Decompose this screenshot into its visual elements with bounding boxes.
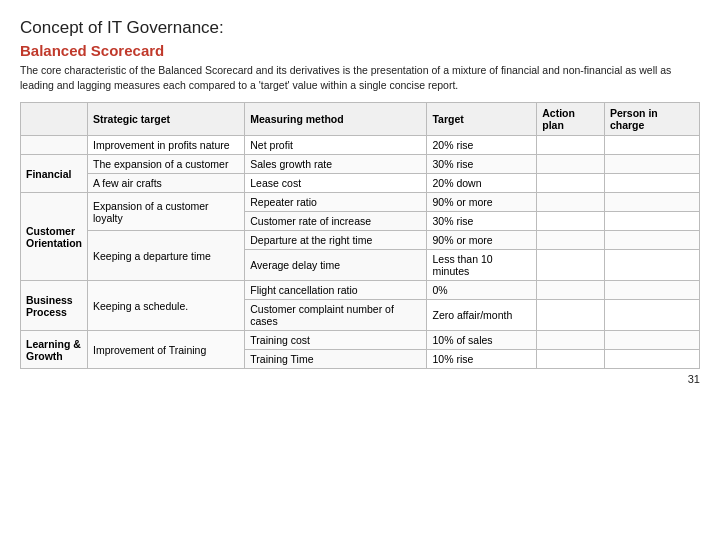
table-row: Zero affair/month [427, 300, 537, 331]
table-row [604, 300, 699, 331]
page-number: 31 [20, 373, 700, 385]
table-row: Departure at the right time [245, 231, 427, 250]
table-row [21, 136, 88, 155]
table-row: 10% rise [427, 350, 537, 369]
table-row: Sales growth rate [245, 155, 427, 174]
subtitle: Balanced Scorecard [20, 42, 700, 59]
table-row [537, 281, 605, 300]
table-row [604, 155, 699, 174]
table-row: Training Time [245, 350, 427, 369]
table-row: 20% down [427, 174, 537, 193]
table-row: Learning &Growth [21, 331, 88, 369]
scorecard-table: Strategic target Measuring method Target… [20, 102, 700, 369]
table-row [604, 136, 699, 155]
table-row: 90% or more [427, 193, 537, 212]
table-row [537, 231, 605, 250]
description: The core characteristic of the Balanced … [20, 63, 700, 92]
table-row: Customer rate of increase [245, 212, 427, 231]
table-row: Less than 10 minutes [427, 250, 537, 281]
table-row [604, 174, 699, 193]
page-title: Concept of IT Governance: [20, 18, 700, 38]
table-row [604, 281, 699, 300]
table-row: BusinessProcess [21, 281, 88, 331]
col-header-action: Action plan [537, 103, 605, 136]
table-row: 30% rise [427, 212, 537, 231]
table-row: Average delay time [245, 250, 427, 281]
table-row: Expansion of a customer loyalty [88, 193, 245, 231]
table-row: CustomerOrientation [21, 193, 88, 281]
table-row: The expansion of a customer [88, 155, 245, 174]
table-row [537, 155, 605, 174]
table-row [537, 331, 605, 350]
table-row: Improvement of Training [88, 331, 245, 369]
table-row: Keeping a schedule. [88, 281, 245, 331]
table-row [537, 350, 605, 369]
table-row [537, 212, 605, 231]
col-header-category [21, 103, 88, 136]
table-row: Repeater ratio [245, 193, 427, 212]
table-row: Financial [21, 155, 88, 193]
table-row: Keeping a departure time [88, 231, 245, 281]
table-row [604, 250, 699, 281]
table-row [604, 231, 699, 250]
table-row [537, 174, 605, 193]
table-row [604, 193, 699, 212]
table-row [537, 193, 605, 212]
table-row: Customer complaint number of cases [245, 300, 427, 331]
table-row: 90% or more [427, 231, 537, 250]
table-row: A few air crafts [88, 174, 245, 193]
table-row [604, 350, 699, 369]
table-row: Lease cost [245, 174, 427, 193]
table-row: Training cost [245, 331, 427, 350]
col-header-measuring: Measuring method [245, 103, 427, 136]
table-row: 30% rise [427, 155, 537, 174]
table-row [537, 250, 605, 281]
table-row [604, 212, 699, 231]
table-row: Net profit [245, 136, 427, 155]
col-header-strategic: Strategic target [88, 103, 245, 136]
table-row: Flight cancellation ratio [245, 281, 427, 300]
table-row: Improvement in profits nature [88, 136, 245, 155]
table-row: 0% [427, 281, 537, 300]
table-row: 10% of sales [427, 331, 537, 350]
col-header-target: Target [427, 103, 537, 136]
table-row: 20% rise [427, 136, 537, 155]
table-row [537, 136, 605, 155]
table-row [604, 331, 699, 350]
table-row [537, 300, 605, 331]
col-header-person: Person in charge [604, 103, 699, 136]
